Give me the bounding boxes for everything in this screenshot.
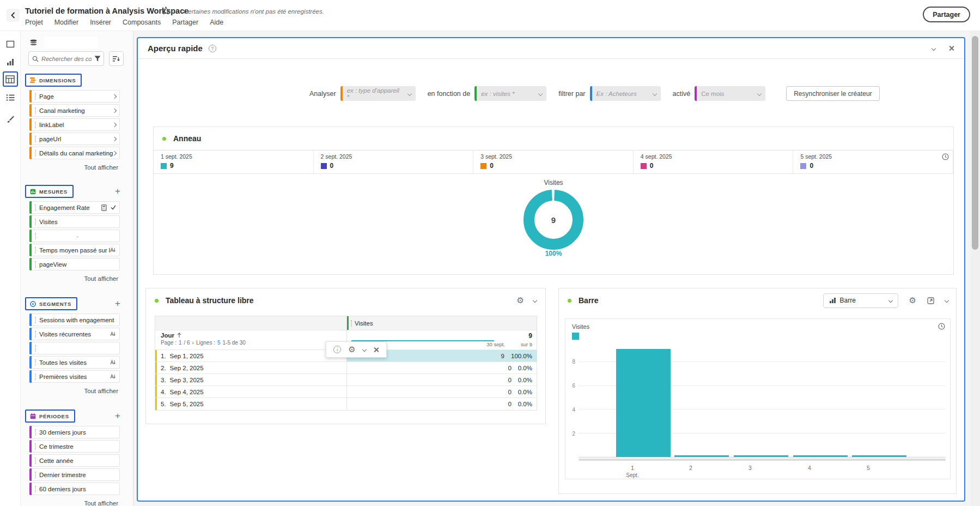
segment-item[interactable]: Visites récurrentes (29, 328, 120, 340)
table-row[interactable]: 3.Sep 3, 2025 00.0% (155, 374, 537, 386)
legend-swatch (161, 163, 167, 169)
dimension-item[interactable]: linkLabel (29, 118, 120, 131)
clock-icon[interactable] (942, 153, 949, 160)
star-icon[interactable] (161, 6, 171, 15)
segment-item[interactable]: Sessions with engagement (cu… (29, 314, 120, 326)
viz-type-dropdown[interactable]: Barre (823, 293, 898, 308)
sparkline-end-date: 30 sept. (486, 341, 505, 347)
metric-item[interactable]: Engagement Rate (29, 201, 120, 214)
bar-collapse-icon[interactable] (945, 298, 949, 303)
date-range-item[interactable]: Ce trimestre (29, 440, 120, 453)
menu-modifier[interactable]: Modifier (54, 19, 78, 26)
menu-partager[interactable]: Partager (172, 19, 198, 26)
sort-ascending-icon[interactable] (177, 333, 181, 338)
legend-cell[interactable]: 3 sept. 2025 0 (473, 150, 634, 173)
metric-item[interactable]: Visites (29, 215, 120, 228)
viz-status-dot (568, 299, 571, 303)
enabled-label: activé (673, 90, 691, 98)
analyze-dropdown[interactable]: ex : type d'appareil * (340, 86, 416, 101)
add-date-range-button[interactable]: + (115, 410, 120, 422)
shared-badge-icon (110, 360, 116, 365)
visualizations-icon[interactable] (3, 55, 18, 70)
search-input[interactable] (41, 56, 92, 62)
segment-item[interactable]: Premières visites (29, 370, 120, 383)
info-icon[interactable]: i (333, 346, 341, 353)
dimension-item[interactable]: Canal marketing (29, 104, 120, 117)
dimension-item[interactable]: Page (29, 90, 120, 103)
table-row[interactable]: 4.Sep 4, 2025 00.0% (155, 386, 537, 398)
date-range-item[interactable]: 60 derniers jours (29, 483, 120, 495)
quick-insights-panel: Aperçu rapide ? Analyser ex : type d'app… (137, 37, 965, 502)
back-button[interactable] (7, 9, 20, 22)
menu-aide[interactable]: Aide (210, 19, 223, 26)
expand-icon[interactable] (927, 297, 934, 304)
add-metric-button[interactable]: + (115, 185, 120, 197)
search-icon (32, 56, 39, 62)
table-settings-gear-icon[interactable]: ⚙ (517, 297, 524, 305)
scrollbar-thumb[interactable] (972, 36, 978, 250)
show-all-metrics[interactable]: Tout afficher (84, 275, 118, 282)
report-suite-selector[interactable] (44, 37, 98, 49)
filter-by-dropdown[interactable]: Ex : Acheteurs (590, 86, 661, 101)
donut-title: Anneau (173, 134, 201, 143)
add-segment-button[interactable]: + (115, 298, 120, 310)
freeform-tables-icon[interactable] (3, 71, 18, 87)
metric-item[interactable]: pageView (29, 258, 120, 270)
next-page-chevron[interactable]: › (192, 340, 194, 346)
menu-composants[interactable]: Composants (123, 19, 161, 26)
based-on-dropdown[interactable]: ex : visites * (474, 86, 546, 101)
page-number[interactable]: 1 (179, 340, 182, 346)
metric-item[interactable]: Temps moyen passé sur le… (29, 244, 120, 256)
dimension-item[interactable]: pageUrl (29, 132, 120, 145)
metric-column-header[interactable]: Visites (347, 316, 537, 330)
bar-plot-area (579, 339, 946, 457)
panels-icon[interactable] (3, 37, 18, 52)
menu-inserer[interactable]: Insérer (90, 19, 111, 26)
show-all-dimensions[interactable]: Tout afficher (84, 164, 118, 171)
top-bar: Tutoriel de formation à Analysis Workspa… (0, 0, 980, 31)
table-collapse-icon[interactable] (533, 298, 537, 303)
close-panel-icon[interactable] (948, 45, 954, 51)
legend-cell[interactable]: 1 sept. 2025 9 (154, 150, 314, 173)
legend-cell[interactable]: 2 sept. 2025 0 (314, 150, 474, 173)
column-dropdown-chevron[interactable] (362, 347, 366, 352)
sort-button[interactable] (109, 51, 124, 66)
filter-funnel-icon[interactable] (94, 56, 101, 62)
column-settings-gear-icon[interactable]: ⚙ (348, 346, 355, 354)
date-range-dropdown[interactable]: Ce mois (695, 86, 765, 101)
rows-per-page[interactable]: 5 (217, 340, 221, 346)
date-range-item[interactable]: Dernier trimestre (29, 468, 120, 481)
segments-header[interactable]: SEGMENTS (25, 297, 77, 310)
collapse-panel-icon[interactable] (932, 46, 936, 50)
periodes-header[interactable]: PÉRIODES (25, 409, 75, 423)
date-range-item[interactable]: 30 derniers jours (29, 426, 120, 438)
dimension-header-cell[interactable]: Jour Page : 1 / 6 › Lignes : 5 1-5 de 30 (155, 330, 347, 350)
remove-column-icon[interactable] (373, 347, 379, 353)
bar-legend-label: Visites (572, 323, 589, 330)
dimensions-header[interactable]: DIMENSIONS (25, 74, 82, 87)
mesures-header[interactable]: MESURES (25, 185, 74, 198)
components-list-icon[interactable] (3, 90, 18, 105)
menu-projet[interactable]: Projet (25, 19, 43, 26)
help-icon[interactable]: ? (209, 45, 216, 52)
dimension-item[interactable]: Détails du canal marketing (29, 147, 120, 159)
show-all-segments[interactable]: Tout afficher (84, 388, 118, 394)
donut-center-value: 9 (521, 188, 586, 252)
column-total-sub: sur 9 (521, 341, 532, 347)
segment-item[interactable]: Toutes les visites (29, 356, 120, 369)
legend-cell[interactable]: 4 sept. 2025 0 (634, 150, 794, 173)
share-button[interactable]: Partager (923, 7, 970, 22)
table-row[interactable]: 5.Sep 5, 2025 00.0% (155, 398, 537, 410)
style-brush-icon[interactable] (3, 112, 18, 127)
resync-builder-button[interactable]: Resynchroniser le créateur (786, 86, 879, 101)
show-all-date-ranges[interactable]: Tout afficher (84, 500, 118, 506)
clock-icon[interactable] (938, 323, 945, 330)
viz-status-dot (162, 137, 166, 141)
metric-item[interactable]: - (29, 230, 120, 242)
table-row[interactable]: 2.Sep 2, 2025 00.0% (155, 362, 537, 374)
bar-settings-gear-icon[interactable]: ⚙ (909, 297, 916, 305)
segment-item[interactable] (29, 342, 120, 354)
legend-cell[interactable]: 5 sept. 2025 0 (793, 150, 953, 173)
date-range-item[interactable]: Cette année (29, 454, 120, 467)
y-tick: 4 (567, 407, 575, 413)
